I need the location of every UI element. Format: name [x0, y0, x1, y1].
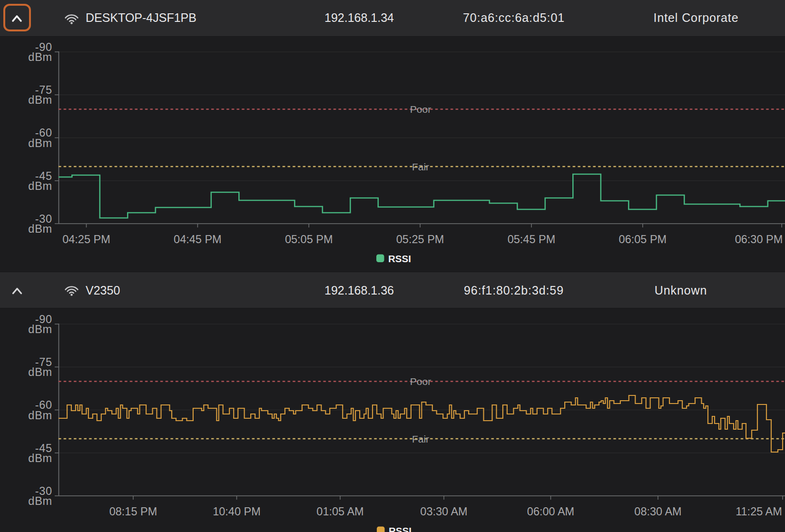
svg-text:dBm: dBm — [28, 366, 52, 378]
svg-text:05:45 PM: 05:45 PM — [508, 233, 556, 246]
svg-text:dBm: dBm — [28, 409, 52, 422]
svg-text:RSSI: RSSI — [388, 253, 411, 264]
svg-text:08:15 PM: 08:15 PM — [109, 505, 157, 518]
svg-text:RSSI: RSSI — [389, 525, 412, 532]
svg-text:05:25 PM: 05:25 PM — [396, 233, 444, 246]
svg-text:11:25 AM: 11:25 AM — [736, 505, 782, 518]
svg-text:Fair: Fair — [412, 161, 429, 172]
svg-text:10:40 PM: 10:40 PM — [213, 505, 261, 518]
svg-text:08:30 AM: 08:30 AM — [634, 505, 681, 518]
svg-text:dBm: dBm — [28, 137, 52, 149]
svg-text:04:45 PM: 04:45 PM — [174, 233, 222, 246]
svg-text:dBm: dBm — [28, 223, 52, 235]
svg-text:Poor: Poor — [410, 376, 431, 387]
svg-text:dBm: dBm — [28, 323, 52, 335]
svg-text:06:05 PM: 06:05 PM — [619, 233, 667, 246]
svg-text:dBm: dBm — [28, 180, 52, 192]
svg-text:dBm: dBm — [28, 452, 52, 464]
svg-text:06:30 PM: 06:30 PM — [735, 233, 783, 246]
svg-text:Poor: Poor — [410, 104, 431, 115]
svg-text:01:05 AM: 01:05 AM — [316, 505, 363, 518]
svg-text:06:00 AM: 06:00 AM — [527, 505, 574, 518]
svg-text:04:25 PM: 04:25 PM — [62, 233, 110, 246]
svg-text:dBm: dBm — [28, 51, 52, 63]
svg-text:dBm: dBm — [28, 94, 52, 106]
svg-text:Fair: Fair — [412, 433, 429, 444]
svg-text:dBm: dBm — [28, 495, 52, 507]
svg-text:05:05 PM: 05:05 PM — [285, 233, 333, 246]
svg-text:03:30 AM: 03:30 AM — [420, 505, 467, 518]
